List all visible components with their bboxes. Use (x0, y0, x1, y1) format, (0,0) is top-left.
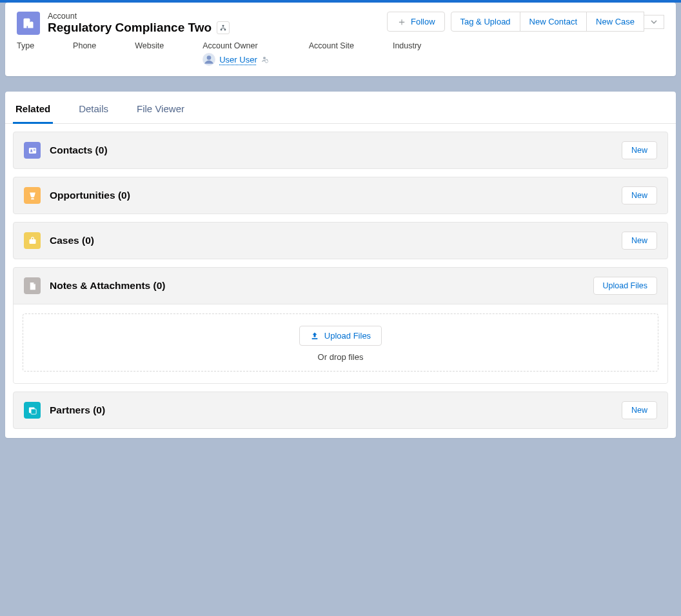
upload-icon (310, 332, 319, 341)
upload-files-label: Upload Files (324, 331, 371, 341)
highlights-panel: Type Phone Website Account Owner User Us… (5, 41, 676, 76)
new-contact-related-button[interactable]: New (622, 141, 657, 159)
svg-rect-10 (29, 239, 35, 244)
svg-rect-1 (221, 29, 222, 30)
field-label: Website (135, 41, 164, 50)
follow-label: Follow (411, 17, 435, 26)
field-account-site: Account Site (309, 41, 354, 66)
tabset: Related Details File Viewer (5, 92, 676, 124)
partners-icon (24, 402, 41, 419)
new-contact-button[interactable]: New Contact (520, 12, 587, 32)
contacts-title[interactable]: Contacts (0) (50, 144, 622, 156)
field-label: Type (17, 41, 34, 50)
notes-icon (24, 277, 41, 294)
change-owner-icon[interactable] (260, 54, 270, 65)
more-actions-button[interactable] (644, 15, 664, 29)
cases-title[interactable]: Cases (0) (50, 235, 622, 246)
related-cases-card: Cases (0) New (13, 222, 668, 259)
main-panel: Related Details File Viewer Contacts (0)… (5, 92, 676, 438)
new-case-button[interactable]: New Case (586, 12, 644, 32)
related-contacts-card: Contacts (0) New (13, 132, 668, 169)
related-notes-card: Notes & Attachments (0) Upload Files Upl… (13, 267, 668, 384)
svg-rect-8 (33, 149, 35, 150)
file-dropzone[interactable]: Upload Files Or drop files (23, 313, 658, 372)
opportunities-icon (24, 187, 41, 204)
svg-point-7 (30, 149, 32, 151)
field-label: Phone (73, 41, 96, 50)
related-partners-card: Partners (0) New (13, 392, 668, 429)
new-case-related-button[interactable]: New (622, 232, 657, 250)
account-icon (17, 12, 40, 35)
upload-files-button[interactable]: Upload Files (593, 277, 657, 295)
tab-related[interactable]: Related (13, 92, 53, 124)
record-name: Regulatory Compliance Two (48, 21, 212, 35)
field-label: Account Owner (202, 41, 270, 50)
chevron-down-icon (651, 20, 657, 24)
field-phone: Phone (73, 41, 96, 66)
svg-rect-12 (31, 409, 36, 414)
svg-rect-9 (33, 150, 35, 150)
owner-avatar-icon (202, 53, 215, 66)
tab-details[interactable]: Details (76, 92, 111, 124)
upload-files-dropzone-button[interactable]: Upload Files (299, 326, 382, 346)
opportunities-title[interactable]: Opportunities (0) (50, 190, 622, 201)
field-label: Industry (393, 41, 421, 50)
svg-point-5 (263, 57, 266, 59)
object-label: Account (48, 12, 387, 21)
field-website: Website (135, 41, 164, 66)
record-title: Regulatory Compliance Two (48, 21, 387, 35)
svg-point-4 (207, 55, 212, 60)
new-partner-button[interactable]: New (622, 401, 657, 419)
related-opportunities-card: Opportunities (0) New (13, 177, 668, 214)
new-opportunity-button[interactable]: New (622, 186, 657, 204)
partners-title[interactable]: Partners (0) (50, 404, 622, 416)
header-actions: ＋ Follow Tag & Upload New Contact New Ca… (387, 12, 664, 32)
field-industry: Industry (393, 41, 421, 66)
plus-icon: ＋ (397, 17, 407, 26)
contacts-icon (24, 142, 41, 159)
tab-file-viewer[interactable]: File Viewer (134, 92, 187, 124)
svg-rect-0 (222, 25, 224, 26)
tag-upload-button[interactable]: Tag & Upload (451, 12, 520, 32)
field-type: Type (17, 41, 34, 66)
follow-button[interactable]: ＋ Follow (387, 12, 445, 32)
owner-link[interactable]: User User (219, 55, 257, 65)
field-label: Account Site (309, 41, 354, 50)
notes-title[interactable]: Notes & Attachments (0) (50, 280, 593, 292)
drop-hint: Or drop files (23, 352, 658, 362)
cases-icon (24, 232, 41, 249)
svg-rect-2 (224, 29, 226, 30)
field-owner: Account Owner User User (202, 41, 270, 66)
hierarchy-button[interactable] (217, 21, 230, 34)
record-header: Account Regulatory Compliance Two ＋ Foll… (5, 3, 676, 76)
